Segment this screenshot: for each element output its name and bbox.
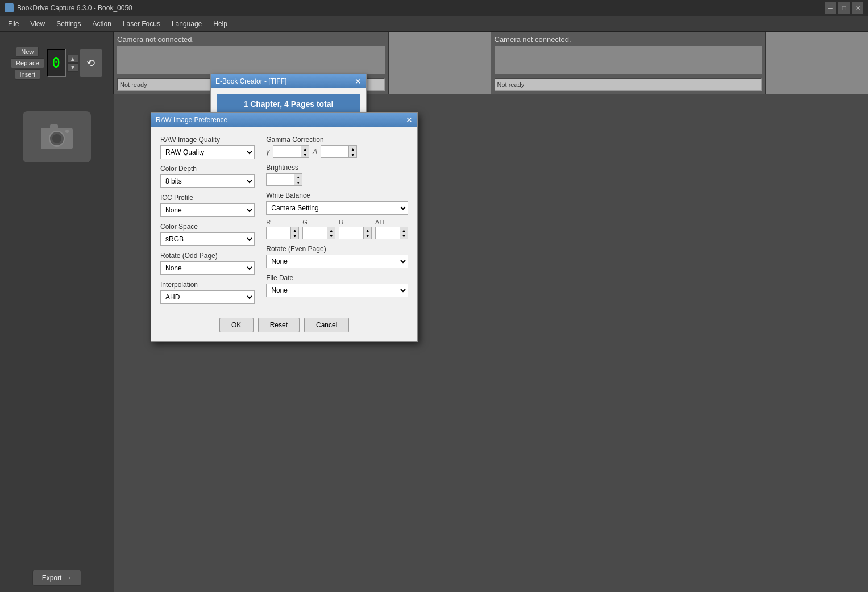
brightness-input[interactable]: 1.00 (266, 173, 294, 186)
rotate-odd-select[interactable]: None 90° 180° 270° (160, 261, 255, 275)
icc-profile-group: ICC Profile None sRGB AdobeRGB (160, 194, 255, 217)
gamma-y-spinner: 1.00 ▲ ▼ (273, 145, 309, 158)
wb-all-down[interactable]: ▼ (400, 233, 408, 239)
insert-button[interactable]: Insert (15, 69, 41, 80)
interpolation-select[interactable]: AHD VNG PPG Bilinear (160, 290, 255, 304)
rotate-even-label: Rotate (Even Page) (266, 245, 408, 253)
brightness-down[interactable]: ▼ (294, 180, 302, 185)
wb-all-col: ALL 1.00 ▲ ▼ (375, 219, 408, 239)
gamma-y-label: γ (266, 148, 269, 156)
wb-g-label: G (302, 219, 335, 226)
gamma-row: γ 1.00 ▲ ▼ A 1.00 ▲ (266, 145, 408, 158)
gamma-a-spinner: 1.00 ▲ ▼ (321, 145, 357, 158)
color-depth-group: Color Depth 8 bits 16 bits (160, 165, 255, 188)
counter-up[interactable]: ▲ (67, 55, 78, 63)
brightness-up[interactable]: ▲ (294, 174, 302, 180)
ebook-dialog-title-bar: E-Book Creator - [TIFF] ✕ (211, 74, 366, 88)
counter-down[interactable]: ▼ (67, 63, 78, 72)
file-date-label: File Date (266, 274, 408, 282)
raw-dialog-title: RAW Image Preference (156, 116, 227, 124)
wb-g-down[interactable]: ▼ (327, 233, 335, 239)
menu-action[interactable]: Action (87, 18, 117, 30)
icc-profile-label: ICC Profile (160, 194, 255, 202)
close-button[interactable]: ✕ (852, 2, 863, 14)
ebook-dialog-title: E-Book Creator - [TIFF] (215, 77, 286, 85)
counter-arrows: ▲ ▼ (67, 55, 78, 72)
menu-settings[interactable]: Settings (51, 18, 86, 30)
wb-b-down[interactable]: ▼ (364, 233, 371, 239)
gamma-a-label: A (313, 148, 317, 156)
export-bar: Export → (0, 564, 114, 592)
menu-file[interactable]: File (2, 18, 24, 30)
gamma-a-down[interactable]: ▼ (349, 152, 356, 157)
svg-point-4 (65, 130, 69, 133)
app-icon (5, 3, 14, 12)
camera-left-status: Camera not connected. (117, 35, 385, 44)
sidebar-left (0, 94, 114, 592)
transform-button[interactable]: ⟲ (80, 49, 102, 77)
menu-language[interactable]: Language (166, 18, 207, 30)
export-label: Export (42, 574, 62, 582)
raw-quality-select[interactable]: RAW Quality High Quality Low Quality (160, 145, 255, 159)
gamma-y-input[interactable]: 1.00 (273, 145, 301, 158)
wb-r-col: R 1.00 ▲ ▼ (266, 219, 299, 239)
file-date-select[interactable]: None EXIF Date Current Date (266, 284, 408, 297)
rotate-even-group: Rotate (Even Page) None 90° 180° 270° (266, 245, 408, 268)
wb-channel-row: R 1.00 ▲ ▼ G (266, 219, 408, 239)
raw-form-left-col: RAW Image Quality RAW Quality High Quali… (160, 136, 255, 304)
rotate-even-select[interactable]: None 90° 180° 270° (266, 255, 408, 268)
white-balance-group: White Balance Camera Setting Auto Daylig… (266, 191, 408, 239)
white-balance-label: White Balance (266, 191, 408, 199)
raw-ok-button[interactable]: OK (219, 318, 254, 332)
wb-g-spinner: 1.00 ▲ ▼ (302, 227, 335, 239)
wb-all-label: ALL (375, 219, 408, 226)
color-space-select[interactable]: sRGB AdobeRGB (160, 232, 255, 246)
wb-b-spinner: 1.00 ▲ ▼ (339, 227, 372, 239)
raw-dialog-body: RAW Image Quality RAW Quality High Quali… (151, 127, 417, 341)
wb-r-up[interactable]: ▲ (291, 227, 298, 233)
wb-all-input[interactable]: 1.00 (375, 227, 400, 239)
wb-g-input[interactable]: 1.00 (302, 227, 327, 239)
app-title: BookDrive Capture 6.3.0 - Book_0050 (17, 4, 825, 12)
raw-reset-button[interactable]: Reset (258, 318, 300, 332)
wb-r-down[interactable]: ▼ (291, 233, 298, 239)
export-button[interactable]: Export → (32, 570, 82, 586)
icc-profile-select[interactable]: None sRGB AdobeRGB (160, 203, 255, 217)
raw-dialog-close[interactable]: ✕ (406, 116, 413, 124)
raw-cancel-button[interactable]: Cancel (304, 318, 349, 332)
minimize-button[interactable]: ─ (825, 2, 836, 14)
toolbar-new-replace-insert: New Replace Insert 0 ▲ ▼ ⟲ (6, 43, 107, 83)
wb-b-col: B 1.00 ▲ ▼ (339, 219, 372, 239)
new-button[interactable]: New (16, 47, 39, 57)
color-depth-select[interactable]: 8 bits 16 bits (160, 174, 255, 188)
wb-g-col: G 1.00 ▲ ▼ (302, 219, 335, 239)
color-depth-label: Color Depth (160, 165, 255, 173)
chapter-pages-button[interactable]: 1 Chapter, 4 Pages total (217, 94, 360, 114)
gamma-a-input[interactable]: 1.00 (321, 145, 349, 158)
wb-r-label: R (266, 219, 299, 226)
menu-help[interactable]: Help (207, 18, 233, 30)
svg-point-2 (52, 134, 61, 143)
gamma-y-down[interactable]: ▼ (301, 152, 309, 157)
menu-view[interactable]: View (24, 18, 51, 30)
wb-b-up[interactable]: ▲ (364, 227, 371, 233)
color-space-label: Color Space (160, 223, 255, 231)
wb-b-input[interactable]: 1.00 (339, 227, 364, 239)
camera-right-status: Camera not connected. (495, 35, 762, 44)
raw-form-right-col: Gamma Correction γ 1.00 ▲ ▼ A 1.00 (266, 136, 408, 304)
replace-button[interactable]: Replace (11, 58, 44, 68)
raw-quality-label: RAW Image Quality (160, 136, 255, 144)
white-balance-select[interactable]: Camera Setting Auto Daylight Cloudy (266, 201, 408, 215)
camera-placeholder (23, 111, 91, 162)
rotate-odd-group: Rotate (Odd Page) None 90° 180° 270° (160, 252, 255, 275)
ebook-dialog-close[interactable]: ✕ (355, 77, 362, 85)
wb-g-up[interactable]: ▲ (327, 227, 335, 233)
maximize-button[interactable]: □ (838, 2, 850, 14)
gamma-y-up[interactable]: ▲ (301, 146, 309, 152)
color-space-group: Color Space sRGB AdobeRGB (160, 223, 255, 246)
wb-all-up[interactable]: ▲ (400, 227, 408, 233)
wb-r-input[interactable]: 1.00 (266, 227, 291, 239)
brightness-group: Brightness 1.00 ▲ ▼ (266, 164, 408, 186)
menu-laser-focus[interactable]: Laser Focus (117, 18, 166, 30)
gamma-a-up[interactable]: ▲ (349, 146, 356, 152)
